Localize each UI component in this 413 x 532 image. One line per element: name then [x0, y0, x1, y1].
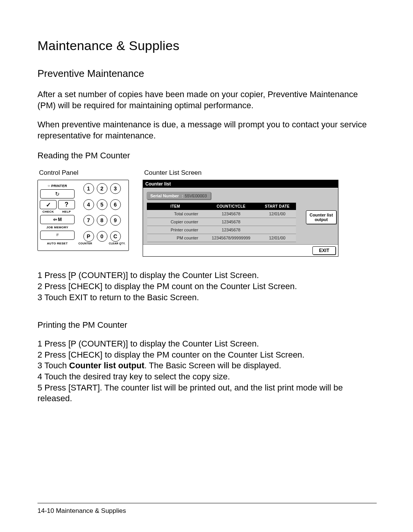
counter-list-screen: Counter list Serial Number : 55VE00003 I… — [143, 180, 338, 257]
reading-step-3: 3 Touch EXIT to return to the Basic Scre… — [37, 292, 377, 303]
printing-steps: 1 Press [P (COUNTER)] to display the Cou… — [37, 338, 377, 404]
help-label: HELP — [62, 210, 71, 213]
printing-step-2: 2 Press [CHECK] to display the PM counte… — [37, 350, 377, 361]
keypad-3[interactable]: 3 — [110, 183, 121, 194]
check-label: CHECK — [42, 210, 54, 213]
col-count: COUNT/CYCLE — [203, 203, 259, 210]
control-panel: PRINTER ↻ ✓ CHECK ? HELP ⇦ M JOB MEMORY — [37, 180, 129, 251]
col-item: ITEM — [147, 203, 204, 210]
keypad-p[interactable]: P — [83, 231, 94, 242]
keypad-1[interactable]: 1 — [83, 183, 94, 194]
auto-reset-button[interactable]: 〃 — [40, 231, 75, 240]
keypad-6[interactable]: 6 — [110, 199, 121, 210]
keypad-2[interactable]: 2 — [97, 183, 107, 194]
counter-list-titlebar: Counter list — [143, 180, 338, 188]
figure-row: Control Panel PRINTER ↻ ✓ CHECK ? HELP — [37, 169, 377, 257]
table-row: Total counter 12345678 12/01/00 — [147, 210, 296, 218]
reading-step-1: 1 Press [P (COUNTER)] to display the Cou… — [37, 270, 377, 281]
counter-list-label: Counter List Screen — [144, 169, 377, 177]
exit-button[interactable]: EXIT — [312, 246, 336, 255]
counter-list-output-button[interactable]: Counter list output — [306, 210, 337, 224]
printing-heading: Printing the PM Counter — [37, 320, 377, 330]
printing-step-4: 4 Touch the desired tray key to select t… — [37, 371, 377, 382]
col-date: START DATE — [259, 203, 296, 210]
counter-label: COUNTER — [78, 242, 92, 245]
paragraph-2: When preventive maintenance is due, a me… — [37, 119, 377, 141]
serial-value: 55VE00003 — [185, 194, 207, 198]
table-row: Copier counter 12345678 — [147, 218, 296, 226]
printing-step-5: 5 Press [START]. The counter list will b… — [37, 382, 377, 404]
page: Maintenance & Supplies Preventive Mainte… — [0, 0, 413, 532]
footer-text: 14-10 Maintenance & Supplies — [37, 507, 126, 515]
auto-reset-label: AUTO RESET — [40, 242, 75, 245]
keypad-4[interactable]: 4 — [83, 199, 94, 210]
section-heading-preventive: Preventive Maintenance — [37, 68, 377, 80]
interrupt-button[interactable]: ↻ — [40, 189, 75, 198]
keypad-0[interactable]: 0 — [97, 231, 107, 242]
reading-heading: Reading the PM Counter — [37, 151, 377, 161]
paragraph-1: After a set number of copies have been m… — [37, 89, 377, 111]
page-title: Maintenance & Supplies — [37, 38, 377, 53]
keypad-c[interactable]: C — [110, 231, 121, 242]
serial-label: Serial Number — [150, 194, 179, 198]
printing-step-1: 1 Press [P (COUNTER)] to display the Cou… — [37, 338, 377, 350]
reading-step-2: 2 Press [CHECK] to display the PM count … — [37, 281, 377, 292]
keypad-8[interactable]: 8 — [97, 215, 107, 226]
reading-steps: 1 Press [P (COUNTER)] to display the Cou… — [37, 270, 377, 303]
help-button[interactable]: ? — [58, 200, 75, 209]
printer-indicator: PRINTER — [40, 182, 75, 188]
check-button[interactable]: ✓ — [40, 200, 57, 209]
counter-table: ITEM COUNT/CYCLE START DATE Total counte… — [147, 203, 296, 242]
footer-rule — [37, 503, 377, 503]
clear-qty-label: CLEAR QTY. — [109, 242, 125, 245]
keypad-9[interactable]: 9 — [110, 215, 121, 226]
keypad-5[interactable]: 5 — [97, 199, 107, 210]
control-panel-label: Control Panel — [39, 169, 135, 177]
table-row: Printer counter 12345678 — [147, 226, 296, 234]
keypad-7[interactable]: 7 — [83, 215, 94, 226]
job-memory-label: JOB MEMORY — [40, 226, 75, 229]
table-row: PM counter 12345678/99999999 12/01/00 — [147, 234, 296, 242]
printing-step-3: 3 Touch Counter list output. The Basic S… — [37, 360, 377, 371]
m-button[interactable]: ⇦ M — [40, 215, 75, 224]
serial-number-box: Serial Number : 55VE00003 — [147, 192, 211, 200]
